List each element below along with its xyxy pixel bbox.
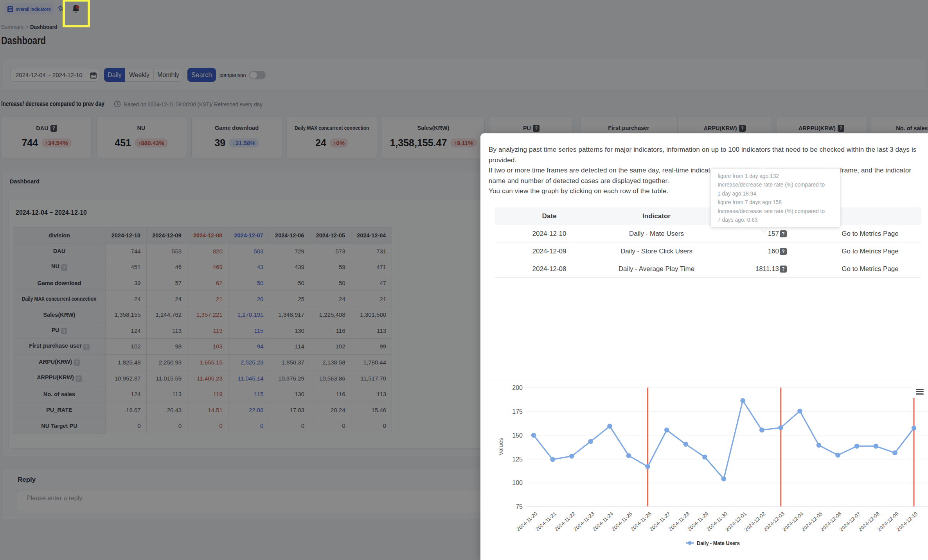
svg-text:75: 75 bbox=[516, 503, 523, 510]
svg-text:100: 100 bbox=[512, 479, 523, 486]
svg-text:150: 150 bbox=[512, 432, 523, 439]
svg-text:Values: Values bbox=[497, 438, 504, 456]
svg-text:125: 125 bbox=[512, 456, 523, 463]
svg-text:2024-12-10: 2024-12-10 bbox=[896, 511, 919, 533]
svg-text:175: 175 bbox=[512, 408, 523, 415]
svg-text:200: 200 bbox=[512, 384, 523, 391]
